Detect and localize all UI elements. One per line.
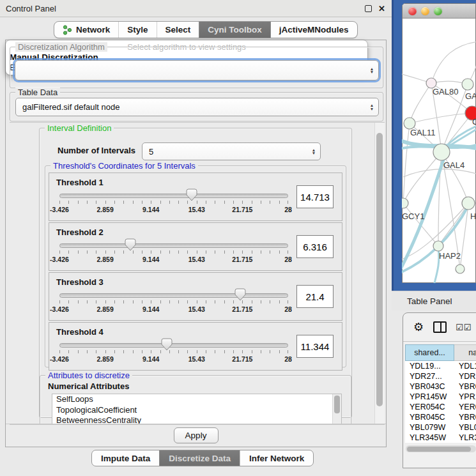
tab-infer-network[interactable]: Infer Network xyxy=(240,450,313,466)
group-label: Attributes to discretize xyxy=(45,371,132,380)
zoom-traffic-light-icon[interactable] xyxy=(434,7,442,15)
table-cell[interactable]: YBR045C xyxy=(454,412,476,422)
table-data-combobox[interactable]: galFiltered.sif default node ▲▼ xyxy=(15,98,379,116)
table-cell[interactable]: YBL079W xyxy=(454,422,476,433)
slider-track[interactable] xyxy=(59,243,288,248)
table-cell[interactable]: YBR043C xyxy=(454,381,476,392)
bottom-tabbar: Impute Data Discretize Data Infer Networ… xyxy=(91,450,314,466)
table-row[interactable]: YDL19...YDL19... xyxy=(405,361,476,371)
group-label: Discretization Algorithm xyxy=(15,42,107,52)
tab-jactivemnodules[interactable]: jActiveMNodules xyxy=(270,22,357,38)
select-columns-checkboxes-icon[interactable]: ☑☑ xyxy=(456,323,472,332)
split-columns-icon[interactable] xyxy=(433,321,447,333)
table-cell[interactable]: YLR345W xyxy=(454,433,476,443)
slider-track[interactable] xyxy=(59,194,288,198)
combo-stepper-icon[interactable]: ▲▼ xyxy=(365,104,378,111)
number-of-intervals-label: Number of Intervals xyxy=(58,146,135,155)
settings-vertical-scrollbar[interactable] xyxy=(374,123,385,424)
tab-select[interactable]: Select xyxy=(157,22,199,38)
slider-track[interactable] xyxy=(59,343,288,348)
column-header-name[interactable]: name xyxy=(454,344,476,361)
table-cell[interactable]: YBR045C xyxy=(405,412,454,422)
network-node-label: HAP2 xyxy=(439,251,461,261)
network-node[interactable] xyxy=(433,144,450,160)
tab-network[interactable]: Network xyxy=(54,22,118,38)
table-row[interactable]: YLR345WYLR345W xyxy=(405,433,476,443)
table-row[interactable]: YBR045CYBR045C xyxy=(405,412,476,422)
slider-track[interactable] xyxy=(59,293,288,298)
tab-impute-data[interactable]: Impute Data xyxy=(92,450,159,466)
network-node[interactable] xyxy=(456,265,464,273)
list-item[interactable]: TopologicalCoefficient xyxy=(52,405,341,416)
tab-cyni-toolbox[interactable]: Cyni Toolbox xyxy=(199,22,270,38)
table-cell[interactable]: YDR27... xyxy=(454,371,476,381)
slider-thumb-icon[interactable] xyxy=(161,338,173,351)
threshold-value-field[interactable]: 21.4 xyxy=(296,285,334,308)
slider-ticks xyxy=(59,300,288,303)
threshold-title: Threshold 2 xyxy=(56,227,104,237)
settings-gear-icon[interactable]: ⚙ xyxy=(413,320,424,334)
table-body[interactable]: YDL19...YDL19...YDR27...YDR27...YBR043CY… xyxy=(405,361,476,443)
minimize-traffic-light-icon[interactable] xyxy=(421,7,429,15)
network-node[interactable] xyxy=(433,241,443,251)
table-cell[interactable]: YPR145W xyxy=(454,392,476,402)
table-panel: ⚙ ☑☑ shared... name YDL19...YDL19...YDR2… xyxy=(403,312,476,468)
interval-definition-group: Interval Definition Number of Intervals … xyxy=(39,128,352,418)
column-header-shared-name[interactable]: shared... xyxy=(405,344,454,361)
network-window-titlebar[interactable] xyxy=(403,4,475,19)
slider-ticks xyxy=(59,350,288,353)
table-cell[interactable]: YER054C xyxy=(405,402,454,412)
network-node[interactable] xyxy=(402,198,408,208)
table-cell[interactable]: YLR345W xyxy=(405,433,454,443)
table-panel-title: Table Panel xyxy=(392,296,452,306)
combo-stepper-icon[interactable]: ▲▼ xyxy=(365,67,378,74)
float-window-icon[interactable] xyxy=(365,5,372,12)
table-panel-header: Table Panel xyxy=(392,291,476,311)
list-item[interactable]: BetweennessCentrality xyxy=(52,415,341,424)
tab-discretize-data[interactable]: Discretize Data xyxy=(159,450,240,466)
table-header-row: shared... name xyxy=(405,344,476,361)
apply-button[interactable]: Apply xyxy=(174,427,219,443)
threshold-value-field[interactable]: 11.344 xyxy=(296,335,334,358)
threshold-slider[interactable]: -3.426 2.859 9.144 15.43 21.715 28 xyxy=(59,289,288,316)
algorithm-combobox[interactable]: ▲▼ xyxy=(15,60,379,81)
close-traffic-light-icon[interactable] xyxy=(408,7,417,15)
threshold-slider[interactable]: -3.426 2.859 9.144 15.43 21.715 28 xyxy=(59,240,288,266)
table-row[interactable]: YBR043CYBR043C xyxy=(405,381,476,392)
group-label: Table Data xyxy=(15,88,60,97)
table-horizontal-scrollbar[interactable] xyxy=(406,445,476,452)
network-canvas[interactable]: GAL80GACGAL11GAL4GCY1HHAP2 xyxy=(402,17,476,283)
close-icon[interactable]: ✕ xyxy=(378,6,385,12)
table-cell[interactable]: YBR043C xyxy=(405,381,454,392)
threshold-slider[interactable]: -3.426 2.859 9.144 15.43 21.715 28 xyxy=(59,190,288,217)
table-row[interactable]: YBL079WYBL079W xyxy=(405,422,476,433)
tab-style[interactable]: Style xyxy=(118,22,156,38)
threshold-title: Threshold 3 xyxy=(56,277,104,287)
list-scrollbar[interactable] xyxy=(332,394,341,424)
list-item[interactable]: SelfLoops xyxy=(52,394,341,405)
threshold-panel: Threshold 1 -3.426 2.859 9.144 15.43 21.… xyxy=(49,173,342,221)
network-node[interactable] xyxy=(462,197,475,210)
table-cell[interactable]: YDL19... xyxy=(405,361,454,371)
threshold-value-field[interactable]: 6.316 xyxy=(296,235,334,258)
slider-thumb-icon[interactable] xyxy=(125,238,136,251)
number-of-intervals-combobox[interactable]: 5 ▲▼ xyxy=(142,142,321,160)
table-cell[interactable]: YPR145W xyxy=(405,392,454,402)
slider-thumb-icon[interactable] xyxy=(234,288,246,301)
table-cell[interactable]: YDR27... xyxy=(405,371,454,381)
threshold-slider[interactable]: -3.426 2.859 9.144 15.43 21.715 28 xyxy=(59,339,288,366)
network-node[interactable] xyxy=(462,79,473,90)
table-cell[interactable]: YER054C xyxy=(454,402,476,412)
table-row[interactable]: YDR27...YDR27... xyxy=(405,371,476,381)
table-row[interactable]: YER054CYER054C xyxy=(405,402,476,412)
table-row[interactable]: YPR145WYPR145W xyxy=(405,392,476,402)
combo-stepper-icon[interactable]: ▲▼ xyxy=(307,148,320,155)
table-cell[interactable]: YDL19... xyxy=(454,361,476,371)
settings-scroll-area: Interval Definition Number of Intervals … xyxy=(10,122,385,425)
group-label: Interval Definition xyxy=(45,123,114,133)
numerical-attributes-list[interactable]: SelfLoops TopologicalCoefficient Between… xyxy=(52,394,342,424)
threshold-title: Threshold 1 xyxy=(56,178,104,187)
slider-thumb-icon[interactable] xyxy=(186,188,197,201)
table-cell[interactable]: YBL079W xyxy=(405,422,454,433)
threshold-value-field[interactable]: 14.713 xyxy=(296,185,334,208)
